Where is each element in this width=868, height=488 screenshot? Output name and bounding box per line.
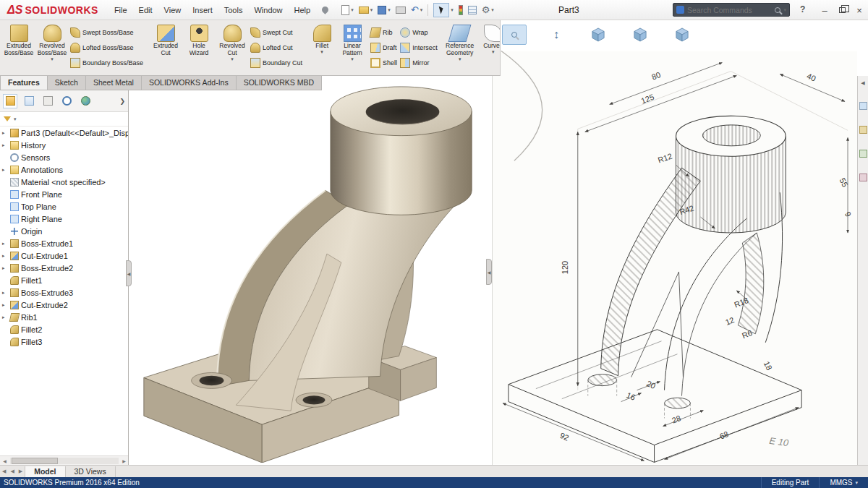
resources-icon[interactable]: [859, 102, 867, 110]
draft-button[interactable]: Draft: [370, 41, 397, 53]
expand-arrow-icon[interactable]: ▸: [2, 290, 8, 296]
expand-arrow-icon[interactable]: ▸: [2, 302, 8, 308]
tree-item-cut-extrude2[interactable]: ▸ Cut-Extrude2: [0, 299, 128, 311]
fillet-button[interactable]: Fillet ▾: [308, 22, 336, 75]
rebuild-button[interactable]: [459, 5, 463, 15]
search-commands-box[interactable]: ▾: [673, 3, 790, 17]
extruded-boss-base-button[interactable]: Extruded Boss/Base: [2, 22, 35, 75]
menu-tools[interactable]: Tools: [218, 3, 249, 17]
expand-arrow-icon[interactable]: ▸: [2, 167, 8, 173]
open-button[interactable]: ▾: [359, 7, 373, 14]
display-pane-splitter[interactable]: ◀: [486, 259, 492, 285]
menu-view[interactable]: View: [158, 3, 187, 17]
select-tool-button[interactable]: ▾: [433, 3, 454, 17]
tree-item-top-plane[interactable]: Top Plane: [0, 200, 128, 213]
previous-view-button[interactable]: ↕: [544, 25, 569, 45]
tree-item-annotations[interactable]: ▸ Annotations: [0, 163, 128, 176]
minimize-button[interactable]: –: [816, 2, 833, 18]
linear-pattern-button[interactable]: Linear Pattern ▾: [336, 22, 369, 75]
tab-features[interactable]: Features: [0, 76, 48, 90]
task-pane-collapse-button[interactable]: ◀: [861, 80, 864, 86]
search-icon[interactable]: [775, 7, 780, 13]
help-button[interactable]: ?: [800, 4, 805, 14]
tree-item-boss-extrude3[interactable]: ▸ Boss-Extrude3: [0, 286, 128, 299]
tree-item-front-plane[interactable]: Front Plane: [0, 188, 128, 200]
new-document-button[interactable]: ▾: [341, 5, 354, 15]
extruded-cut-button[interactable]: Extruded Cut: [149, 22, 182, 75]
displaymanager-tab[interactable]: [78, 94, 93, 108]
search-input[interactable]: [687, 6, 772, 14]
filter-funnel-icon[interactable]: [4, 116, 11, 121]
tree-item-part-root[interactable]: ▸ Part3 (Default<<Default>_Displa: [0, 127, 128, 139]
revolved-boss-base-button[interactable]: Revolved Boss/Base ▾: [35, 22, 69, 75]
menu-edit[interactable]: Edit: [133, 3, 158, 17]
restore-button[interactable]: [833, 2, 851, 18]
tree-item-history[interactable]: ▸ History: [0, 139, 128, 151]
panel-splitter-handle[interactable]: ◀: [126, 260, 132, 286]
caret-icon[interactable]: ▾: [783, 7, 786, 13]
tree-item-boss-extrude1[interactable]: ▸ Boss-Extrude1: [0, 237, 128, 249]
reference-geometry-button[interactable]: Reference Geometry ▾: [443, 22, 477, 75]
boundary-cut-button[interactable]: Boundary Cut: [250, 56, 302, 69]
scrollbar-thumb[interactable]: [12, 458, 58, 464]
menu-help[interactable]: Help: [289, 3, 317, 17]
wrap-button[interactable]: Wrap: [400, 26, 438, 38]
menu-file[interactable]: File: [109, 3, 133, 17]
zoom-to-fit-button[interactable]: [502, 25, 527, 45]
display-style-button[interactable]: [628, 25, 652, 45]
scroll-left-arrow[interactable]: ◀: [0, 458, 9, 463]
revolved-cut-button[interactable]: Revolved Cut ▾: [216, 22, 249, 75]
expand-arrow-icon[interactable]: ▸: [2, 314, 8, 320]
file-explorer-icon[interactable]: [859, 150, 867, 158]
curves-button[interactable]: Curves ▾: [477, 22, 501, 75]
expand-arrow-icon[interactable]: ▸: [2, 241, 8, 247]
boundary-boss-base-button[interactable]: Boundary Boss/Base: [70, 56, 143, 69]
prev-tab-arrow[interactable]: ◀: [8, 468, 16, 474]
tree-item-origin[interactable]: Origin: [0, 225, 128, 237]
close-button[interactable]: ×: [851, 2, 868, 18]
caret-icon[interactable]: ▾: [14, 116, 17, 122]
propertymanager-tab[interactable]: [22, 94, 36, 108]
swept-boss-base-button[interactable]: Swept Boss/Base: [70, 26, 143, 38]
scroll-right-arrow[interactable]: ▶: [119, 458, 129, 463]
menu-insert[interactable]: Insert: [187, 3, 218, 17]
first-tab-arrow[interactable]: ◀: [0, 468, 8, 474]
hole-wizard-button[interactable]: Hole Wizard: [182, 22, 216, 75]
model-tab[interactable]: Model: [25, 466, 65, 477]
tree-item-rib1[interactable]: ▸ Rib1: [0, 311, 128, 323]
appearances-icon[interactable]: [859, 174, 867, 181]
tree-item-fillet2[interactable]: Fillet2: [0, 323, 128, 335]
featuremanager-tree-tab[interactable]: [3, 94, 17, 108]
configurationmanager-tab[interactable]: [41, 94, 55, 108]
scrollbar-track[interactable]: [10, 458, 119, 464]
tree-item-boss-extrude2[interactable]: ▸ Boss-Extrude2: [0, 262, 128, 274]
lofted-cut-button[interactable]: Lofted Cut: [250, 41, 302, 53]
tree-item-material[interactable]: Material <not specified>: [0, 176, 128, 188]
tree-item-right-plane[interactable]: Right Plane: [0, 213, 128, 225]
units-selector[interactable]: MMGS▾: [819, 477, 868, 488]
expand-arrow-icon[interactable]: ▸: [2, 265, 8, 271]
pin-menu-icon[interactable]: [320, 5, 330, 14]
rib-button[interactable]: Rib: [370, 26, 397, 38]
undo-button[interactable]: ↶▾: [411, 6, 422, 14]
tree-item-fillet1[interactable]: Fillet1: [0, 274, 128, 286]
menu-window[interactable]: Window: [248, 3, 288, 17]
expand-arrow-icon[interactable]: ▸: [2, 253, 8, 259]
panel-expand-chevron[interactable]: ❯: [119, 98, 125, 105]
lofted-boss-base-button[interactable]: Lofted Boss/Base: [70, 41, 143, 53]
swept-cut-button[interactable]: Swept Cut: [250, 26, 302, 38]
tab-solidworks-mbd[interactable]: SOLIDWORKS MBD: [236, 76, 322, 90]
sheet-properties-button[interactable]: [468, 6, 477, 14]
shell-button[interactable]: Shell: [370, 56, 397, 69]
model-3d-view[interactable]: [130, 67, 492, 463]
tab-solidworks-add-ins[interactable]: SOLIDWORKS Add-Ins: [141, 76, 237, 90]
print-button[interactable]: [396, 7, 406, 14]
tree-item-cut-extrude1[interactable]: ▸ Cut-Extrude1: [0, 249, 128, 262]
save-button[interactable]: ▾: [378, 6, 391, 14]
tree-horizontal-scrollbar[interactable]: ◀ ▶: [0, 455, 129, 465]
3d-views-tab[interactable]: 3D Views: [66, 466, 116, 477]
mirror-button[interactable]: Mirror: [400, 56, 438, 69]
tab-sketch[interactable]: Sketch: [47, 76, 86, 90]
tab-sheet-metal[interactable]: Sheet Metal: [85, 76, 142, 90]
tree-item-fillet3[interactable]: Fillet3: [0, 335, 128, 348]
